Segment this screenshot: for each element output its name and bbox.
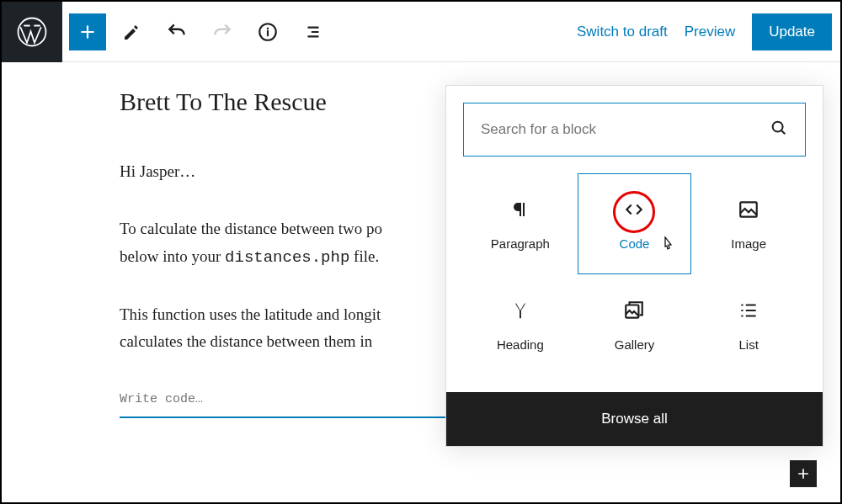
post-title[interactable]: Brett To The Rescue <box>120 88 473 116</box>
editor-toolbar: Switch to draft Preview Update <box>2 2 840 62</box>
block-label: Gallery <box>615 337 655 352</box>
block-paragraph[interactable]: Paragraph <box>463 173 578 274</box>
search-wrap <box>446 86 823 173</box>
inline-code: distances.php <box>225 248 349 267</box>
block-gallery[interactable]: Gallery <box>578 274 692 375</box>
switch-to-draft-button[interactable]: Switch to draft <box>577 24 668 40</box>
info-icon[interactable] <box>248 12 288 52</box>
block-code[interactable]: Code <box>578 173 692 274</box>
block-label: Heading <box>497 337 544 352</box>
undo-icon[interactable] <box>157 12 197 52</box>
paragraph-1[interactable]: Hi Jasper… <box>120 158 473 185</box>
browse-all-button[interactable]: Browse all <box>446 392 823 446</box>
search-input[interactable] <box>481 121 770 138</box>
block-label: List <box>738 337 758 352</box>
redo-icon[interactable] <box>202 12 242 52</box>
block-label: Paragraph <box>491 236 550 251</box>
svg-point-2 <box>773 122 783 132</box>
code-icon <box>622 198 646 221</box>
paragraph-2[interactable]: To calculate the distance between two po… <box>120 215 473 271</box>
gallery-icon <box>622 299 646 322</box>
search-box <box>463 103 806 157</box>
update-button[interactable]: Update <box>752 13 832 50</box>
edit-icon[interactable] <box>111 12 152 52</box>
paragraph-3[interactable]: This function uses the latitude and long… <box>120 301 473 356</box>
outline-icon[interactable] <box>293 12 333 52</box>
toolbar-right: Switch to draft Preview Update <box>577 13 832 50</box>
block-inserter-popover: Paragraph Code Image Heading Gallery <box>445 85 823 447</box>
block-label: Code <box>620 236 650 251</box>
list-icon <box>737 299 760 322</box>
heading-icon <box>509 299 532 322</box>
block-label: Image <box>731 236 766 251</box>
image-icon <box>737 198 760 221</box>
add-block-button[interactable] <box>69 13 106 50</box>
post-content: Brett To The Rescue Hi Jasper… To calcul… <box>2 62 473 418</box>
floating-add-button[interactable] <box>790 460 817 487</box>
paragraph-icon <box>509 198 532 221</box>
block-heading[interactable]: Heading <box>463 274 578 375</box>
toolbar-left <box>69 12 333 52</box>
preview-button[interactable]: Preview <box>685 24 735 40</box>
block-image[interactable]: Image <box>691 173 806 274</box>
wordpress-logo[interactable] <box>2 2 62 62</box>
block-grid: Paragraph Code Image Heading Gallery <box>446 173 823 392</box>
search-icon <box>770 119 788 141</box>
block-list[interactable]: List <box>691 274 806 375</box>
